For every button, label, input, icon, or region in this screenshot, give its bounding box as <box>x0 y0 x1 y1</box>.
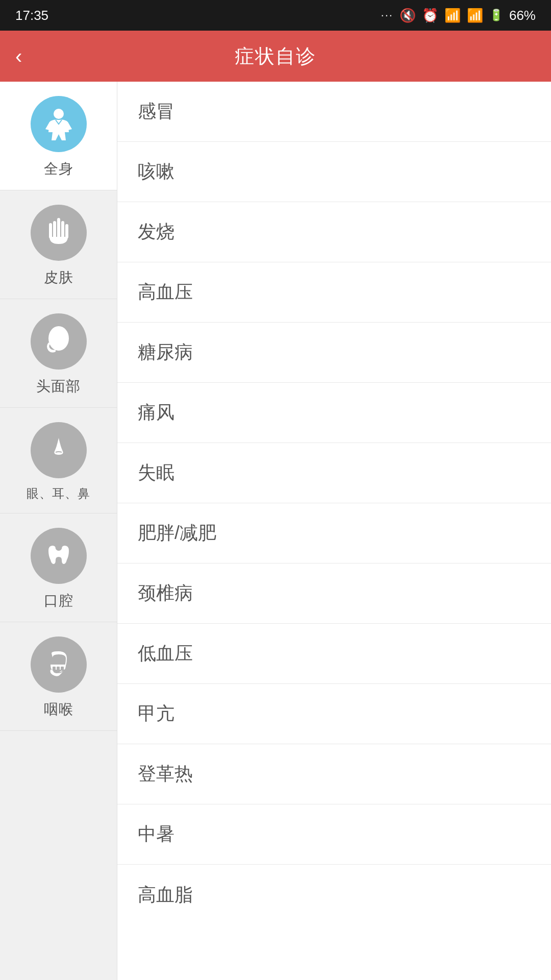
symptom-name: 颈椎病 <box>138 581 193 606</box>
signal-bar-icon: 📶 <box>467 8 483 23</box>
symptom-name: 甲亢 <box>138 701 174 726</box>
yan-er-bi-icon-bg <box>31 422 87 478</box>
sidebar-item-toumianbu[interactable]: 头面部 <box>0 299 117 408</box>
sidebar-item-pifu[interactable]: 皮肤 <box>0 190 117 299</box>
symptom-list: 感冒咳嗽发烧高血压糖尿病痛风失眠肥胖/减肥颈椎病低血压甲亢登革热中暑高血脂 <box>117 82 551 980</box>
symptom-name: 肥胖/减肥 <box>138 521 216 546</box>
throat-icon <box>41 647 76 682</box>
skin-icon <box>41 215 76 250</box>
page-title: 症状自诊 <box>235 43 316 69</box>
symptom-name: 中暑 <box>138 822 174 847</box>
symptom-name: 登革热 <box>138 762 193 787</box>
symptom-name: 咳嗽 <box>138 159 174 184</box>
symptom-name: 低血压 <box>138 641 193 666</box>
svg-rect-2 <box>53 667 56 671</box>
symptom-item[interactable]: 登革热 <box>117 744 551 804</box>
status-bar: 17:35 ··· 🔇 ⏰ 📶 📶 🔋 66% <box>0 0 551 31</box>
main-content: 全身 皮肤 <box>0 82 551 980</box>
signal-text: ··· <box>381 9 393 22</box>
sidebar-label-quanshen: 全身 <box>44 159 73 179</box>
sidebar-item-yanhou[interactable]: 咽喉 <box>0 622 117 731</box>
symptom-item[interactable]: 高血脂 <box>117 865 551 925</box>
battery-icon: 🔋 <box>489 9 503 22</box>
sidebar: 全身 皮肤 <box>0 82 117 980</box>
sidebar-label-yanhou: 咽喉 <box>44 700 73 719</box>
symptom-name: 感冒 <box>138 99 174 124</box>
sidebar-label-kouqiang: 口腔 <box>44 591 73 610</box>
sidebar-label-toumianbu: 头面部 <box>36 377 81 396</box>
mute-icon: 🔇 <box>399 8 416 23</box>
symptom-item[interactable]: 失眠 <box>117 443 551 503</box>
status-time: 17:35 <box>15 8 48 23</box>
tooth-icon <box>41 538 76 573</box>
sidebar-label-yan-er-bi: 眼、耳、鼻 <box>27 485 90 502</box>
symptom-name: 高血脂 <box>138 883 193 908</box>
yanhou-icon-bg <box>31 636 87 693</box>
sidebar-item-kouqiang[interactable]: 口腔 <box>0 513 117 622</box>
ear-nose-icon <box>41 433 76 468</box>
symptom-name: 高血压 <box>138 280 193 305</box>
symptom-item[interactable]: 痛风 <box>117 383 551 443</box>
svg-point-0 <box>54 109 64 119</box>
kouqiang-icon-bg <box>31 528 87 584</box>
pifu-icon-bg <box>31 205 87 261</box>
symptom-item[interactable]: 糖尿病 <box>117 323 551 383</box>
symptom-name: 痛风 <box>138 400 174 425</box>
symptom-item[interactable]: 发烧 <box>117 202 551 262</box>
svg-rect-4 <box>61 667 64 671</box>
symptom-item[interactable]: 肥胖/减肥 <box>117 503 551 564</box>
sidebar-item-yan-er-bi[interactable]: 眼、耳、鼻 <box>0 408 117 513</box>
toumianbu-icon-bg <box>31 313 87 370</box>
body-icon <box>41 107 76 141</box>
head-icon <box>41 324 76 359</box>
symptom-item[interactable]: 中暑 <box>117 804 551 865</box>
sidebar-item-quanshen[interactable]: 全身 <box>0 82 117 190</box>
symptom-item[interactable]: 咳嗽 <box>117 142 551 202</box>
status-icons: ··· 🔇 ⏰ 📶 📶 🔋 66% <box>381 8 536 23</box>
symptom-item[interactable]: 低血压 <box>117 624 551 684</box>
symptom-name: 失眠 <box>138 460 174 485</box>
battery-percent: 66% <box>509 8 536 23</box>
wifi-icon: 📶 <box>444 8 461 23</box>
symptom-item[interactable]: 颈椎病 <box>117 564 551 624</box>
header: ‹ 症状自诊 <box>0 31 551 82</box>
symptom-item[interactable]: 高血压 <box>117 262 551 323</box>
svg-rect-3 <box>57 667 60 671</box>
alarm-icon: ⏰ <box>422 8 438 23</box>
symptom-name: 发烧 <box>138 219 174 244</box>
svg-point-1 <box>48 326 69 351</box>
quanshen-icon-bg <box>31 96 87 152</box>
sidebar-label-pifu: 皮肤 <box>44 268 73 287</box>
back-button[interactable]: ‹ <box>15 46 22 66</box>
symptom-item[interactable]: 感冒 <box>117 82 551 142</box>
symptom-item[interactable]: 甲亢 <box>117 684 551 744</box>
symptom-name: 糖尿病 <box>138 340 193 365</box>
